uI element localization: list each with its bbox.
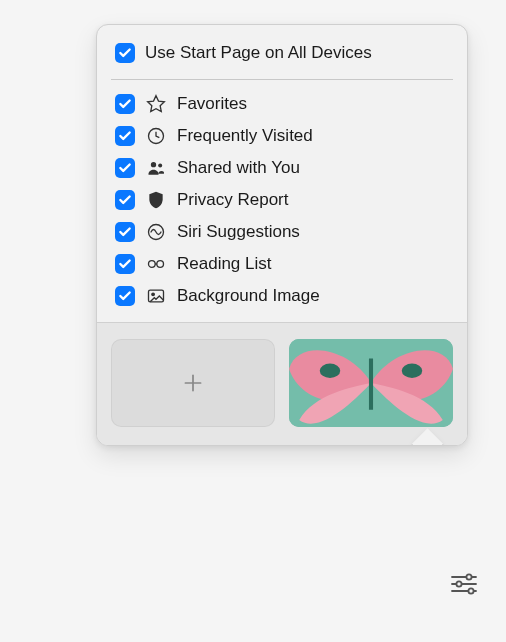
checkbox-favorites[interactable]: [115, 94, 135, 114]
start-page-customize-popover: Use Start Page on All Devices Favorites: [96, 24, 468, 446]
background-image-thumbnails: [97, 322, 467, 445]
svg-point-5: [149, 261, 156, 268]
option-reading-list[interactable]: Reading List: [115, 248, 451, 280]
checkbox-background-image[interactable]: [115, 286, 135, 306]
option-label: Favorites: [177, 94, 247, 114]
add-background-button[interactable]: [111, 339, 275, 427]
option-shared-with-you[interactable]: Shared with You: [115, 152, 451, 184]
checkbox-reading-list[interactable]: [115, 254, 135, 274]
checkbox-siri-suggestions[interactable]: [115, 222, 135, 242]
people-icon: [145, 157, 167, 179]
shield-icon: [145, 189, 167, 211]
option-label: Shared with You: [177, 158, 300, 178]
option-label: Reading List: [177, 254, 272, 274]
svg-point-8: [152, 293, 155, 296]
svg-point-6: [157, 261, 164, 268]
use-start-page-label: Use Start Page on All Devices: [145, 43, 372, 63]
option-siri-suggestions[interactable]: Siri Suggestions: [115, 216, 451, 248]
option-label: Siri Suggestions: [177, 222, 300, 242]
option-privacy-report[interactable]: Privacy Report: [115, 184, 451, 216]
option-frequently-visited[interactable]: Frequently Visited: [115, 120, 451, 152]
option-favorites[interactable]: Favorites: [115, 88, 451, 120]
svg-point-19: [468, 588, 473, 593]
clock-icon: [145, 125, 167, 147]
checkbox-shared-with-you[interactable]: [115, 158, 135, 178]
star-icon: [145, 93, 167, 115]
checkbox-privacy-report[interactable]: [115, 190, 135, 210]
background-thumbnail-butterfly[interactable]: [289, 339, 453, 427]
svg-point-17: [466, 574, 471, 579]
svg-point-13: [402, 364, 423, 378]
option-label: Frequently Visited: [177, 126, 313, 146]
svg-point-3: [158, 164, 162, 168]
customize-start-page-button[interactable]: [444, 564, 484, 604]
divider: [111, 79, 453, 80]
svg-point-18: [456, 581, 461, 586]
checkbox-use-start-page[interactable]: [115, 43, 135, 63]
svg-point-2: [151, 162, 156, 167]
siri-icon: [145, 221, 167, 243]
svg-marker-0: [148, 96, 165, 112]
option-background-image[interactable]: Background Image: [115, 280, 451, 312]
start-page-options-list: Favorites Frequently Visited Shared wi: [97, 86, 467, 322]
svg-point-12: [320, 364, 341, 378]
image-icon: [145, 285, 167, 307]
option-label: Privacy Report: [177, 190, 288, 210]
checkbox-frequently-visited[interactable]: [115, 126, 135, 146]
glasses-icon: [145, 253, 167, 275]
option-label: Background Image: [177, 286, 320, 306]
use-start-page-all-devices-row[interactable]: Use Start Page on All Devices: [115, 39, 451, 67]
